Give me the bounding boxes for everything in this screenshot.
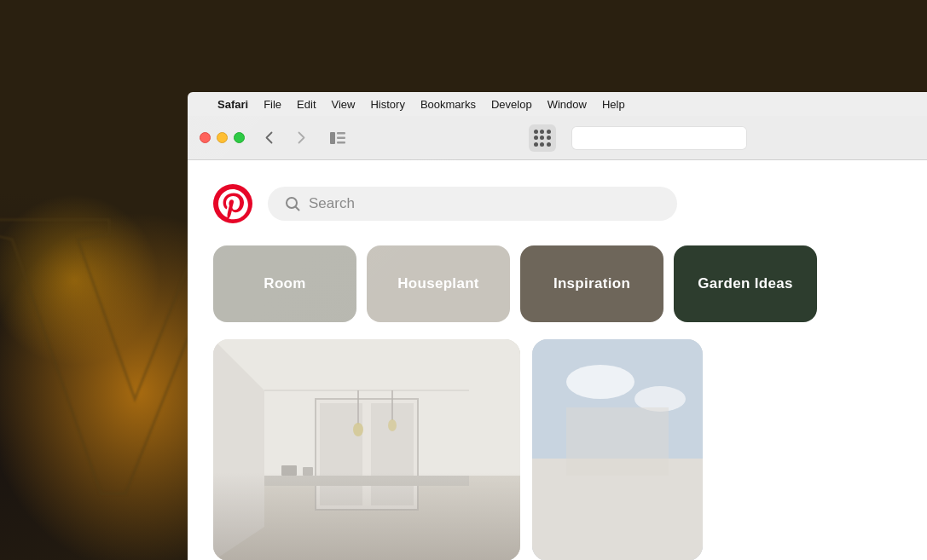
svg-rect-3 — [337, 141, 345, 144]
maximize-button[interactable] — [234, 132, 245, 143]
grid-dots-icon — [534, 130, 551, 147]
pinterest-header: Search — [188, 160, 927, 239]
svg-marker-7 — [213, 476, 520, 560]
minimize-button[interactable] — [217, 132, 228, 143]
back-button[interactable] — [257, 126, 281, 150]
category-garden-ideas[interactable]: Garden Ideas — [674, 245, 817, 322]
room-interior-image — [213, 339, 520, 560]
browser-toolbar — [188, 116, 927, 160]
category-row: Room Houseplant Inspiration Garden Ideas — [188, 239, 927, 339]
forward-button[interactable] — [289, 126, 313, 150]
svg-rect-18 — [264, 476, 469, 486]
svg-point-15 — [353, 423, 363, 436]
svg-rect-26 — [566, 407, 669, 476]
svg-rect-0 — [330, 132, 335, 144]
window-menu[interactable]: Window — [540, 96, 594, 113]
pinterest-logo — [213, 184, 252, 223]
svg-rect-19 — [281, 465, 297, 476]
close-button[interactable] — [200, 132, 211, 143]
category-houseplant[interactable]: Houseplant — [367, 245, 510, 322]
view-menu[interactable]: View — [324, 96, 363, 113]
page-content: Search Room Houseplant Inspiration Garde… — [188, 160, 927, 560]
url-bar[interactable] — [571, 126, 748, 150]
search-icon — [285, 196, 300, 211]
safari-menu[interactable]: Safari — [210, 96, 256, 113]
history-menu[interactable]: History — [362, 96, 412, 113]
svg-rect-1 — [337, 132, 345, 135]
svg-point-24 — [566, 365, 634, 399]
bookmarks-menu[interactable]: Bookmarks — [413, 96, 484, 113]
svg-rect-2 — [337, 136, 345, 139]
develop-menu[interactable]: Develop — [484, 96, 540, 113]
svg-point-17 — [388, 419, 397, 431]
mac-menubar: Safari File Edit View History Bookmarks … — [188, 92, 927, 116]
category-inspiration[interactable]: Inspiration — [520, 245, 663, 322]
file-menu[interactable]: File — [256, 96, 289, 113]
category-room[interactable]: Room — [213, 245, 356, 322]
search-bar[interactable]: Search — [268, 187, 677, 221]
edit-menu[interactable]: Edit — [289, 96, 323, 113]
traffic-lights — [200, 132, 245, 143]
svg-point-5 — [287, 198, 297, 208]
help-menu[interactable]: Help — [594, 96, 633, 113]
browser-window: Search Room Houseplant Inspiration Garde… — [188, 116, 927, 560]
side-image-card[interactable] — [532, 339, 703, 560]
room-image-card[interactable] — [213, 339, 520, 560]
svg-rect-11 — [320, 403, 362, 505]
image-grid — [188, 339, 927, 560]
apps-grid-button[interactable] — [529, 124, 556, 152]
svg-rect-20 — [303, 467, 313, 476]
search-placeholder: Search — [309, 195, 355, 212]
sidebar-toggle-button[interactable] — [323, 127, 352, 149]
